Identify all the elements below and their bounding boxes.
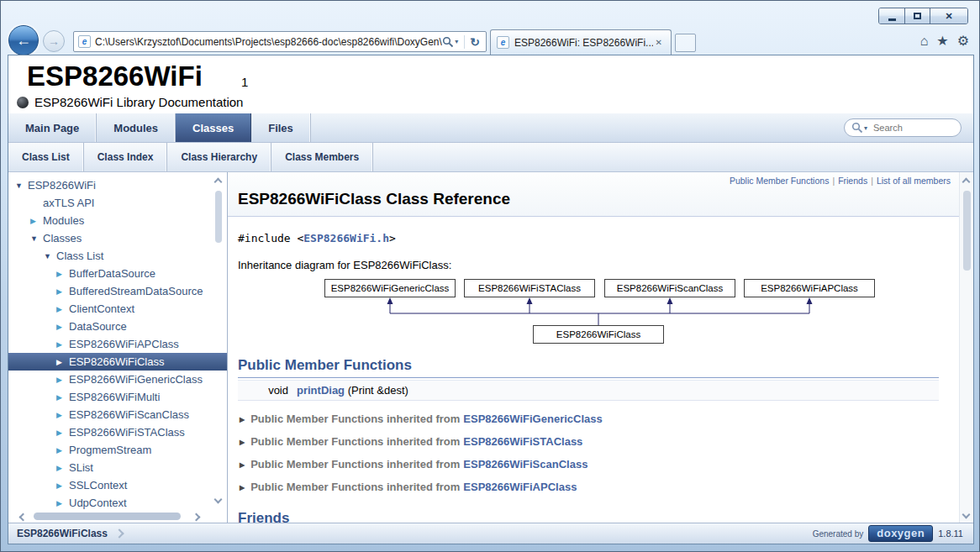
svg-text:ESP8266WiFiClass: ESP8266WiFiClass [556, 329, 641, 339]
breadcrumb-item[interactable]: ESP8266WiFiClass [8, 528, 108, 539]
back-button[interactable]: ← [8, 25, 39, 55]
favorites-icon[interactable]: ★ [936, 33, 948, 50]
scroll-left-icon[interactable] [19, 513, 28, 522]
search-input[interactable] [873, 123, 949, 133]
scroll-right-icon[interactable] [192, 513, 201, 522]
chevron-right-icon[interactable]: ▶ [56, 371, 69, 389]
link-public-member-functions[interactable]: Public Member Functions [730, 176, 829, 186]
inherited-class-link[interactable]: ESP8266WiFiScanClass [463, 458, 587, 471]
chevron-right-icon[interactable]: ▶ [56, 354, 69, 371]
tab-close-icon[interactable]: ✕ [653, 37, 665, 48]
include-file-link[interactable]: ESP8266WiFi.h [303, 232, 389, 244]
tab-class-index[interactable]: Class Index [84, 143, 168, 171]
tab-modules[interactable]: Modules [97, 113, 176, 142]
maximize-icon [914, 13, 921, 19]
inherited-section-header[interactable]: ▶Public Member Functions inherited fromE… [238, 476, 939, 498]
tree-item[interactable]: ▼Class List [8, 247, 227, 265]
chevron-right-icon[interactable]: ▶ [56, 477, 69, 495]
chevron-down-icon[interactable]: ▼ [44, 248, 56, 265]
tree-item[interactable]: ▼Classes [8, 229, 227, 247]
chevron-right-icon[interactable]: ▶ [56, 460, 69, 477]
tree-item-selected[interactable]: ▶ESP8266WiFiClass [8, 353, 227, 371]
address-bar[interactable]: ▾ ↻ [73, 31, 487, 52]
search-icon[interactable] [442, 36, 454, 48]
diagram-node[interactable]: ESP8266WiFiScanClass [605, 280, 735, 297]
tree-item[interactable]: ▶ClientContext [8, 300, 227, 318]
member-link[interactable]: printDiag [297, 384, 345, 397]
new-tab-button[interactable] [675, 34, 696, 52]
tree-item[interactable]: ▶SList [8, 459, 227, 476]
inherited-section-header[interactable]: ▶Public Member Functions inherited fromE… [238, 453, 939, 476]
tab-classes[interactable]: Classes [176, 113, 251, 142]
address-input[interactable] [95, 36, 442, 48]
tree-item[interactable]: ▶SSLContext [8, 476, 227, 494]
close-button[interactable]: ✕ [930, 8, 967, 24]
inherited-class-link[interactable]: ESP8266WiFiGenericClass [463, 413, 602, 425]
link-list-of-all-members[interactable]: List of all members [877, 176, 951, 186]
doxygen-logo[interactable]: doxygen [868, 525, 933, 542]
tab-class-hierarchy[interactable]: Class Hierarchy [167, 143, 271, 171]
tree-item[interactable]: ▶ProgmemStream [8, 441, 227, 459]
tree-item[interactable]: ▶BufferDataSource [8, 265, 227, 282]
scrollbar-thumb[interactable] [963, 191, 971, 271]
search-dropdown-icon[interactable]: ▾ [455, 38, 458, 45]
tree-item[interactable]: ▶ESP8266WiFiMulti [8, 388, 227, 406]
scroll-down-icon[interactable] [214, 496, 223, 504]
tree-item[interactable]: axTLS API [8, 194, 227, 212]
tab-main-page[interactable]: Main Page [8, 113, 97, 142]
chevron-right-icon[interactable]: ▶ [56, 318, 69, 336]
chevron-right-icon[interactable]: ▶ [30, 213, 43, 230]
chevron-right-icon[interactable]: ▶ [56, 389, 69, 407]
tree-item[interactable]: ▶Modules [8, 212, 227, 229]
tab-files[interactable]: Files [251, 113, 311, 142]
tree-item[interactable]: ▶ESP8266WiFiGenericClass [8, 371, 227, 388]
tree-item[interactable]: ▶DataSource [8, 318, 227, 335]
chevron-right-icon[interactable]: ▶ [56, 442, 69, 460]
forward-button[interactable]: → [43, 30, 65, 52]
scroll-down-icon[interactable] [962, 511, 971, 519]
inherited-class-link[interactable]: ESP8266WiFiSTAClass [463, 435, 582, 448]
refresh-icon[interactable]: ↻ [468, 36, 482, 48]
tools-icon[interactable]: ⚙ [957, 33, 969, 50]
inherited-section-header[interactable]: ▶Public Member Functions inherited fromE… [238, 407, 939, 430]
inherited-section-header[interactable]: ▶Public Member Functions inherited fromE… [238, 430, 939, 453]
minimize-button[interactable] [879, 8, 904, 24]
home-icon[interactable]: ⌂ [920, 33, 929, 50]
chevron-right-icon[interactable]: ▶ [56, 407, 69, 424]
browser-tab[interactable]: ESP8266WiFi: ESP8266WiFi... ✕ [490, 29, 672, 55]
tree-item[interactable]: ▶BufferedStreamDataSource [8, 282, 227, 300]
scroll-up-icon[interactable] [962, 178, 971, 187]
tree-item[interactable]: ▼ESP8266WiFi [8, 176, 227, 194]
chevron-right-icon[interactable]: ▶ [56, 424, 69, 442]
chevron-down-icon[interactable]: ▼ [15, 177, 28, 195]
search-filter-caret-icon[interactable]: ▾ [864, 124, 867, 132]
chevron-down-icon[interactable]: ▼ [30, 230, 43, 248]
diagram-node[interactable]: ESP8266WiFiAPClass [745, 280, 875, 297]
content-vertical-scrollbar[interactable] [959, 172, 973, 524]
tree-item[interactable]: ▶ESP8266WiFiAPClass [8, 335, 227, 353]
tab-class-list[interactable]: Class List [8, 143, 84, 171]
navigation-bar: ← → ▾ ↻ ESP8266WiFi: ESP8266WiFi... ✕ ⌂ … [1, 28, 979, 55]
scroll-up-icon[interactable] [214, 178, 223, 187]
svg-text:ESP8266WiFiSTAClass: ESP8266WiFiSTAClass [478, 283, 581, 293]
doxygen-search-box[interactable]: ▾ [844, 118, 962, 137]
link-friends[interactable]: Friends [838, 176, 867, 186]
chevron-right-icon[interactable]: ▶ [56, 265, 69, 283]
page-title: ESP8266WiFiClass Class Reference [238, 190, 510, 208]
diagram-node[interactable]: ESP8266WiFiSTAClass [465, 280, 595, 297]
title-bar: ✕ [1, 1, 979, 28]
chevron-right-icon[interactable]: ▶ [56, 301, 69, 318]
inherited-class-link[interactable]: ESP8266WiFiAPClass [463, 481, 577, 493]
tree-item[interactable]: ▶ESP8266WiFiScanClass [8, 406, 227, 423]
tree-item[interactable]: ▶ESP8266WiFiSTAClass [8, 423, 227, 441]
scrollbar-thumb[interactable] [215, 191, 222, 243]
diagram-node[interactable]: ESP8266WiFiGenericClass [325, 280, 456, 297]
chevron-right-icon[interactable]: ▶ [56, 283, 69, 301]
sidebar-vertical-scrollbar[interactable] [213, 172, 224, 524]
maximize-button[interactable] [904, 8, 930, 24]
scrollbar-thumb[interactable] [34, 513, 181, 520]
content-header: Public Member Functions|Friends|List of … [228, 172, 959, 217]
tab-class-members[interactable]: Class Members [271, 143, 373, 171]
diagram-node-current[interactable]: ESP8266WiFiClass [534, 326, 664, 344]
chevron-right-icon[interactable]: ▶ [56, 336, 69, 354]
